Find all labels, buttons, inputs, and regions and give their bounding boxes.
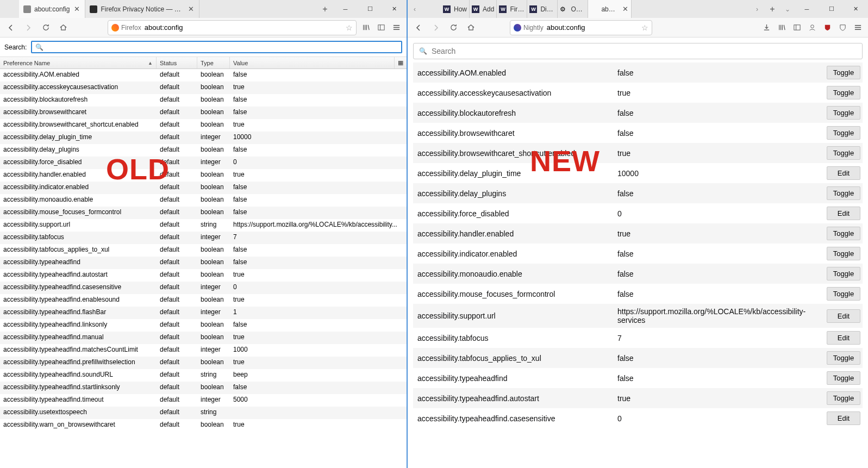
pref-row[interactable]: accessibility.blockautorefresh default b… (0, 94, 407, 107)
reload-button[interactable] (38, 20, 53, 35)
toggle-button[interactable]: Toggle (827, 287, 860, 301)
identity-box[interactable]: Nightly (514, 24, 544, 32)
url-bar[interactable]: Firefox ☆ (108, 20, 357, 35)
account-icon[interactable] (805, 21, 819, 35)
new-tab-button[interactable]: + (764, 0, 780, 18)
col-header-status[interactable]: Status (157, 57, 197, 68)
pref-row[interactable]: accessibility.typeaheadfind.timeout defa… (0, 394, 407, 407)
edit-button[interactable]: Edit (827, 331, 860, 345)
pref-row[interactable]: accessibility.typeaheadfind.casesensitiv… (0, 282, 407, 294)
pref-row[interactable]: accessibility.accesskeycausesactivation … (0, 82, 407, 94)
tab-close-icon[interactable]: ✕ (187, 5, 195, 13)
old-search-box[interactable]: 🔍 (31, 41, 402, 53)
browser-tab[interactable]: Firefox Privacy Notice — Mozi ✕ (85, 0, 199, 18)
library-icon[interactable] (359, 21, 373, 35)
column-picker-icon[interactable]: ▦ (395, 57, 407, 68)
tab-scroll-left-icon[interactable]: ‹ (408, 0, 422, 18)
toggle-button[interactable]: Toggle (827, 186, 860, 200)
library-icon[interactable] (775, 21, 789, 35)
back-button[interactable] (411, 20, 426, 35)
url-input[interactable] (145, 23, 342, 32)
pref-row[interactable]: accessibility.typeaheadfind.matchesCount… (0, 344, 407, 357)
downloads-icon[interactable] (759, 21, 773, 35)
col-header-name[interactable]: Preference Name▲ (0, 57, 157, 68)
tab-dropdown-icon[interactable]: ⌄ (780, 0, 795, 18)
pref-row[interactable]: accessibility.handler.enabled default bo… (0, 169, 407, 182)
home-button[interactable] (55, 20, 71, 35)
pref-row[interactable]: accessibility.browsewithcaret_shortcut.e… (0, 119, 407, 132)
pref-row[interactable]: accessibility.typeaheadfind.linksonly de… (0, 319, 407, 332)
sidebar-icon[interactable] (790, 21, 804, 35)
bookmark-star-icon[interactable]: ☆ (641, 23, 648, 32)
menu-icon[interactable] (389, 21, 403, 35)
menu-icon[interactable] (851, 21, 865, 35)
toggle-button[interactable]: Toggle (827, 146, 860, 160)
toggle-button[interactable]: Toggle (827, 126, 860, 140)
browser-tab[interactable]: WDisab (527, 0, 558, 18)
reload-button[interactable] (446, 20, 461, 35)
new-pref-list[interactable]: accessibility.AOM.enabled false Toggleac… (408, 63, 868, 468)
new-search-input[interactable] (432, 47, 857, 55)
pref-row[interactable]: accessibility.support.url default string… (0, 219, 407, 232)
pref-row[interactable]: accessibility.typeaheadfind.flashBar def… (0, 307, 407, 319)
pref-row[interactable]: accessibility.browsewithcaret default bo… (0, 107, 407, 119)
browser-tab[interactable]: about:config ✕ (19, 0, 85, 18)
pref-row[interactable]: accessibility.tabfocus_applies_to_xul de… (0, 244, 407, 257)
pref-row[interactable]: accessibility.delay_plugins default bool… (0, 144, 407, 157)
col-header-value[interactable]: Value (230, 57, 395, 68)
maximize-button[interactable]: ☐ (819, 0, 844, 18)
browser-tab[interactable]: WFirefo (497, 0, 527, 18)
col-header-type[interactable]: Type (197, 57, 230, 68)
pref-row[interactable]: accessibility.indicator.enabled default … (0, 182, 407, 194)
forward-button[interactable] (428, 20, 444, 35)
forward-button[interactable] (21, 20, 36, 35)
browser-tab[interactable]: about:✕ (588, 0, 632, 18)
tab-scroll-right-icon[interactable]: › (750, 0, 764, 18)
pref-row[interactable]: accessibility.typeaheadfind.soundURL def… (0, 369, 407, 382)
pref-row[interactable]: accessibility.warn_on_browsewithcaret de… (0, 419, 407, 432)
pref-row[interactable]: accessibility.typeaheadfind.enablesound … (0, 294, 407, 307)
edit-button[interactable]: Edit (827, 309, 860, 323)
toggle-button[interactable]: Toggle (827, 351, 860, 365)
pref-row[interactable]: accessibility.typeaheadfind.startlinkson… (0, 382, 407, 394)
identity-box[interactable]: Firefox (111, 24, 141, 32)
back-button[interactable] (3, 20, 18, 35)
toggle-button[interactable]: Toggle (827, 66, 860, 79)
close-button[interactable]: ✕ (382, 0, 407, 18)
edit-button[interactable]: Edit (827, 207, 860, 220)
toggle-button[interactable]: Toggle (827, 106, 860, 120)
pref-row[interactable]: accessibility.typeaheadfind default bool… (0, 257, 407, 269)
url-bar[interactable]: Nightly ☆ (510, 20, 652, 35)
browser-tab[interactable]: WHow (441, 0, 470, 18)
toggle-button[interactable]: Toggle (827, 86, 860, 99)
toggle-button[interactable]: Toggle (827, 371, 860, 385)
minimize-button[interactable]: ─ (795, 0, 819, 18)
tab-close-icon[interactable]: ✕ (621, 5, 629, 13)
sidebar-icon[interactable] (374, 21, 388, 35)
pref-row[interactable]: accessibility.typeaheadfind.manual defau… (0, 332, 407, 344)
pref-row[interactable]: accessibility.typeaheadfind.autostart de… (0, 269, 407, 282)
pref-row[interactable]: accessibility.typeaheadfind.prefillwiths… (0, 357, 407, 369)
edit-button[interactable]: Edit (827, 166, 860, 180)
maximize-button[interactable]: ☐ (358, 0, 382, 18)
edit-button[interactable]: Edit (827, 411, 860, 425)
pref-row[interactable]: accessibility.tabfocus default integer 7 (0, 232, 407, 244)
pref-row[interactable]: accessibility.AOM.enabled default boolea… (0, 69, 407, 82)
extension-shield-icon[interactable] (835, 21, 850, 35)
minimize-button[interactable]: ─ (333, 0, 358, 18)
close-button[interactable]: ✕ (844, 0, 868, 18)
browser-tab[interactable]: ⚙Optio (558, 0, 588, 18)
bookmark-star-icon[interactable]: ☆ (346, 23, 353, 32)
toggle-button[interactable]: Toggle (827, 227, 860, 240)
old-search-input[interactable] (46, 43, 398, 51)
pref-row[interactable]: accessibility.mouse_focuses_formcontrol … (0, 207, 407, 219)
new-tab-button[interactable]: + (317, 0, 333, 18)
browser-tab[interactable]: WAdd (470, 0, 497, 18)
url-input[interactable] (547, 23, 638, 32)
toggle-button[interactable]: Toggle (827, 267, 860, 280)
toggle-button[interactable]: Toggle (827, 247, 860, 260)
pref-row[interactable]: accessibility.usetexttospeech default st… (0, 407, 407, 419)
toggle-button[interactable]: Toggle (827, 391, 860, 405)
pref-row[interactable]: accessibility.force_disabled default int… (0, 157, 407, 169)
old-rows-container[interactable]: accessibility.AOM.enabled default boolea… (0, 69, 407, 468)
